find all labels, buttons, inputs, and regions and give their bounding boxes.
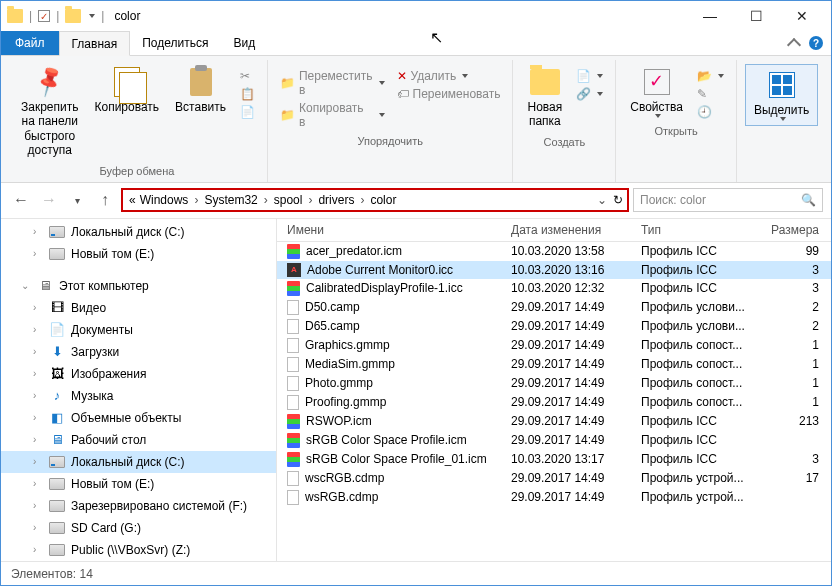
home-tab[interactable]: Главная bbox=[59, 31, 131, 56]
breadcrumb-item-2[interactable]: spool bbox=[272, 193, 305, 207]
tree-item-music[interactable]: ›♪Музыка bbox=[1, 385, 276, 407]
edit-button[interactable]: ✎ bbox=[693, 86, 728, 102]
pin-quick-access-button[interactable]: 📌 Закрепить на панели быстрого доступа bbox=[15, 64, 84, 160]
close-button[interactable]: ✕ bbox=[779, 1, 825, 31]
breadcrumb-item-1[interactable]: System32 bbox=[202, 193, 259, 207]
column-type[interactable]: Тип bbox=[641, 223, 771, 237]
file-row[interactable]: MediaSim.gmmp29.09.2017 14:49Профиль соп… bbox=[277, 355, 831, 374]
open-button[interactable]: 📂 bbox=[693, 68, 728, 84]
paste-shortcut-button[interactable]: 📄 bbox=[236, 104, 259, 120]
file-type: Профиль устрой... bbox=[641, 490, 771, 504]
file-name: Photo.gmmp bbox=[305, 376, 373, 390]
address-dropdown-icon[interactable]: ⌄ bbox=[591, 193, 613, 207]
new-item-button[interactable]: 📄 bbox=[572, 68, 607, 84]
file-list: Имени Дата изменения Тип Размера acer_pr… bbox=[277, 219, 831, 561]
copy-button[interactable]: Копировать bbox=[88, 64, 165, 116]
select-button[interactable]: Выделить bbox=[745, 64, 818, 126]
tree-item-sdcard[interactable]: ›SD Card (G:) bbox=[1, 517, 276, 539]
tree-item-new-e[interactable]: ›Новый том (E:) bbox=[1, 243, 276, 265]
breadcrumb-item-3[interactable]: drivers bbox=[316, 193, 356, 207]
easy-access-button[interactable]: 🔗 bbox=[572, 86, 607, 102]
file-row[interactable]: Proofing.gmmp29.09.2017 14:49Профиль соп… bbox=[277, 393, 831, 412]
maximize-button[interactable]: ☐ bbox=[733, 1, 779, 31]
move-to-button[interactable]: 📁Переместить в bbox=[276, 68, 389, 98]
help-icon[interactable]: ? bbox=[809, 36, 823, 50]
breadcrumb-overflow[interactable]: « bbox=[127, 193, 138, 207]
properties-button[interactable]: ✓ Свойства bbox=[624, 64, 689, 120]
column-name[interactable]: Имени bbox=[277, 223, 511, 237]
file-row[interactable]: D65.camp29.09.2017 14:49Профиль услови..… bbox=[277, 317, 831, 336]
forward-button[interactable]: → bbox=[37, 188, 61, 212]
properties-qat-icon[interactable]: ✓ bbox=[38, 10, 50, 22]
recent-dropdown[interactable]: ▾ bbox=[65, 188, 89, 212]
rename-button[interactable]: 🏷Переименовать bbox=[393, 86, 505, 102]
folder-qat-icon[interactable] bbox=[65, 9, 81, 23]
search-icon[interactable]: 🔍 bbox=[801, 193, 816, 207]
view-tab[interactable]: Вид bbox=[221, 31, 268, 55]
file-icon bbox=[287, 300, 299, 315]
file-row[interactable]: Photo.gmmp29.09.2017 14:49Профиль сопост… bbox=[277, 374, 831, 393]
file-row[interactable]: sRGB Color Space Profile_01.icm10.03.202… bbox=[277, 450, 831, 469]
column-size[interactable]: Размера bbox=[771, 223, 831, 237]
file-name: Proofing.gmmp bbox=[305, 395, 386, 409]
refresh-icon[interactable]: ↻ bbox=[613, 193, 623, 207]
file-row[interactable]: AAdobe Current Monitor0.icc10.03.2020 13… bbox=[277, 261, 831, 279]
tree-item-this-pc[interactable]: ⌄🖥Этот компьютер bbox=[1, 275, 276, 297]
clipboard-group: 📌 Закрепить на панели быстрого доступа К… bbox=[7, 60, 268, 182]
tree-item-pictures[interactable]: ›🖼Изображения bbox=[1, 363, 276, 385]
tree-item-3d[interactable]: ›◧Объемные объекты bbox=[1, 407, 276, 429]
folder-icon[interactable] bbox=[7, 9, 23, 23]
file-row[interactable]: acer_predator.icm10.03.2020 13:58Профиль… bbox=[277, 242, 831, 261]
open-group: ✓ Свойства 📂 ✎ 🕘 Открыть bbox=[616, 60, 737, 182]
file-row[interactable]: D50.camp29.09.2017 14:49Профиль услови..… bbox=[277, 298, 831, 317]
file-size: 2 bbox=[771, 319, 831, 333]
breadcrumb-item-0[interactable]: Windows bbox=[138, 193, 191, 207]
new-folder-button[interactable]: Новая папка bbox=[521, 64, 568, 131]
tree-item-local-c-selected[interactable]: ›Локальный диск (C:) bbox=[1, 451, 276, 473]
minimize-button[interactable]: — bbox=[687, 1, 733, 31]
tree-item-documents[interactable]: ›📄Документы bbox=[1, 319, 276, 341]
new-group: Новая папка 📄 🔗 Создать bbox=[513, 60, 616, 182]
qat-dropdown-icon[interactable] bbox=[89, 14, 95, 18]
titlebar[interactable]: | ✓ | | color — ☐ ✕ bbox=[1, 1, 831, 31]
file-row[interactable]: CalibratedDisplayProfile-1.icc10.03.2020… bbox=[277, 279, 831, 298]
chevron-right-icon[interactable]: › bbox=[304, 193, 316, 207]
file-row[interactable]: Graphics.gmmp29.09.2017 14:49Профиль соп… bbox=[277, 336, 831, 355]
chevron-right-icon[interactable]: › bbox=[260, 193, 272, 207]
history-button[interactable]: 🕘 bbox=[693, 104, 728, 120]
navigation-tree[interactable]: ›Локальный диск (C:) ›Новый том (E:) ⌄🖥Э… bbox=[1, 219, 277, 561]
address-bar[interactable]: « Windows › System32 › spool › drivers ›… bbox=[121, 188, 629, 212]
file-row[interactable]: RSWOP.icm29.09.2017 14:49Профиль ICC213 bbox=[277, 412, 831, 431]
breadcrumb-item-4[interactable]: color bbox=[368, 193, 398, 207]
file-row[interactable]: wscRGB.cdmp29.09.2017 14:49Профиль устро… bbox=[277, 469, 831, 488]
collapse-ribbon-icon[interactable] bbox=[787, 38, 801, 52]
paste-button[interactable]: Вставить bbox=[169, 64, 232, 116]
back-button[interactable]: ← bbox=[9, 188, 33, 212]
copy-to-button[interactable]: 📁Копировать в bbox=[276, 100, 389, 130]
tree-item-new-e2[interactable]: ›Новый том (E:) bbox=[1, 473, 276, 495]
chevron-right-icon[interactable]: › bbox=[190, 193, 202, 207]
tree-item-downloads[interactable]: ›⬇Загрузки bbox=[1, 341, 276, 363]
copy-path-button[interactable]: 📋 bbox=[236, 86, 259, 102]
column-date[interactable]: Дата изменения bbox=[511, 223, 641, 237]
delete-button[interactable]: ✕Удалить bbox=[393, 68, 505, 84]
file-row[interactable]: wsRGB.cdmp29.09.2017 14:49Профиль устрой… bbox=[277, 488, 831, 507]
file-tab[interactable]: Файл bbox=[1, 31, 59, 55]
cut-button[interactable]: ✂ bbox=[236, 68, 259, 84]
drive-icon bbox=[49, 226, 65, 238]
tree-item-local-c[interactable]: ›Локальный диск (C:) bbox=[1, 221, 276, 243]
file-name: MediaSim.gmmp bbox=[305, 357, 395, 371]
up-button[interactable]: ↑ bbox=[93, 188, 117, 212]
icc-profile-icon bbox=[287, 414, 300, 429]
file-row[interactable]: sRGB Color Space Profile.icm29.09.2017 1… bbox=[277, 431, 831, 450]
file-list-body[interactable]: acer_predator.icm10.03.2020 13:58Профиль… bbox=[277, 242, 831, 561]
tree-item-public[interactable]: ›Public (\\VBoxSvr) (Z:) bbox=[1, 539, 276, 561]
file-size: 3 bbox=[771, 263, 831, 277]
tree-item-reserved[interactable]: ›Зарезервировано системой (F:) bbox=[1, 495, 276, 517]
share-tab[interactable]: Поделиться bbox=[130, 31, 221, 55]
tree-item-video[interactable]: ›🎞Видео bbox=[1, 297, 276, 319]
search-input[interactable]: Поиск: color 🔍 bbox=[633, 188, 823, 212]
tree-item-desktop[interactable]: ›🖥Рабочий стол bbox=[1, 429, 276, 451]
content-area: ›Локальный диск (C:) ›Новый том (E:) ⌄🖥Э… bbox=[1, 219, 831, 561]
chevron-right-icon[interactable]: › bbox=[356, 193, 368, 207]
